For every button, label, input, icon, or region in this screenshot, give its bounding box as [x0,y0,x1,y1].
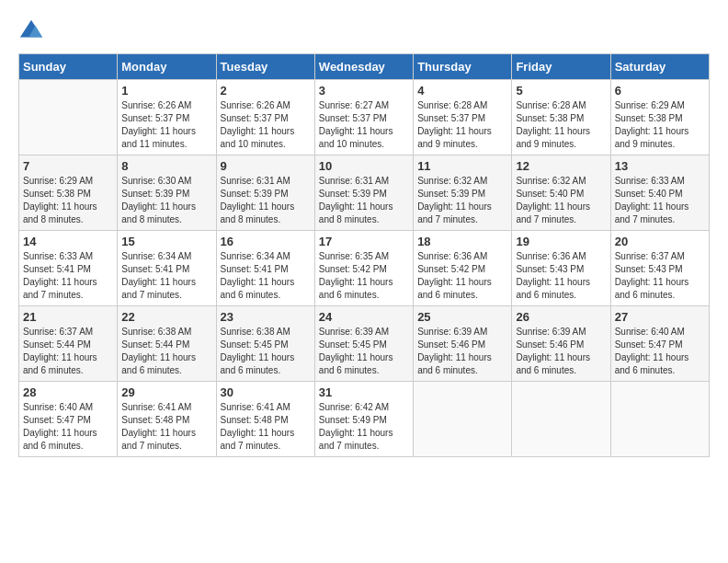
calendar-cell: 18Sunrise: 6:36 AM Sunset: 5:42 PM Dayli… [414,231,512,306]
calendar-cell: 14Sunrise: 6:33 AM Sunset: 5:41 PM Dayli… [19,231,118,306]
day-info: Sunrise: 6:41 AM Sunset: 5:48 PM Dayligh… [121,401,211,453]
calendar-cell: 5Sunrise: 6:28 AM Sunset: 5:38 PM Daylig… [512,80,610,155]
calendar-cell: 26Sunrise: 6:39 AM Sunset: 5:46 PM Dayli… [512,306,610,382]
day-info: Sunrise: 6:33 AM Sunset: 5:41 PM Dayligh… [23,250,113,302]
day-number: 8 [121,159,211,173]
day-number: 16 [221,235,311,248]
day-info: Sunrise: 6:31 AM Sunset: 5:39 PM Dayligh… [221,175,311,226]
day-number: 6 [615,84,705,98]
calendar-cell: 31Sunrise: 6:42 AM Sunset: 5:49 PM Dayli… [314,382,413,457]
calendar-cell: 11Sunrise: 6:32 AM Sunset: 5:39 PM Dayli… [414,155,512,231]
day-number: 5 [516,84,606,98]
day-header-monday: Monday [118,54,216,80]
calendar-cell [610,382,709,457]
calendar-cell: 23Sunrise: 6:38 AM Sunset: 5:45 PM Dayli… [216,306,314,382]
day-number: 9 [221,159,311,173]
calendar-cell: 10Sunrise: 6:31 AM Sunset: 5:39 PM Dayli… [314,155,413,231]
calendar-cell [414,382,512,457]
day-info: Sunrise: 6:34 AM Sunset: 5:41 PM Dayligh… [121,250,211,302]
day-info: Sunrise: 6:28 AM Sunset: 5:37 PM Dayligh… [417,99,507,151]
day-info: Sunrise: 6:36 AM Sunset: 5:42 PM Dayligh… [417,250,507,302]
day-number: 25 [417,310,507,324]
calendar-cell: 15Sunrise: 6:34 AM Sunset: 5:41 PM Dayli… [118,231,216,306]
day-info: Sunrise: 6:39 AM Sunset: 5:46 PM Dayligh… [417,326,507,377]
calendar-cell: 6Sunrise: 6:29 AM Sunset: 5:38 PM Daylig… [610,80,709,155]
day-number: 14 [23,235,113,248]
calendar-week-row: 28Sunrise: 6:40 AM Sunset: 5:47 PM Dayli… [19,382,710,457]
day-info: Sunrise: 6:40 AM Sunset: 5:47 PM Dayligh… [615,326,705,377]
day-number: 18 [417,235,507,248]
day-number: 11 [417,159,507,173]
calendar-cell: 3Sunrise: 6:27 AM Sunset: 5:37 PM Daylig… [314,80,413,155]
day-info: Sunrise: 6:42 AM Sunset: 5:49 PM Dayligh… [319,401,409,453]
logo [18,18,48,44]
day-number: 4 [417,84,507,98]
day-info: Sunrise: 6:39 AM Sunset: 5:45 PM Dayligh… [319,326,409,377]
calendar-cell: 29Sunrise: 6:41 AM Sunset: 5:48 PM Dayli… [118,382,216,457]
calendar-cell: 16Sunrise: 6:34 AM Sunset: 5:41 PM Dayli… [216,231,314,306]
calendar-cell: 24Sunrise: 6:39 AM Sunset: 5:45 PM Dayli… [314,306,413,382]
day-info: Sunrise: 6:37 AM Sunset: 5:44 PM Dayligh… [23,326,113,377]
calendar-cell: 13Sunrise: 6:33 AM Sunset: 5:40 PM Dayli… [610,155,709,231]
calendar-cell: 28Sunrise: 6:40 AM Sunset: 5:47 PM Dayli… [19,382,118,457]
day-info: Sunrise: 6:38 AM Sunset: 5:45 PM Dayligh… [221,326,311,377]
day-info: Sunrise: 6:32 AM Sunset: 5:40 PM Dayligh… [516,175,606,226]
day-number: 12 [516,159,606,173]
calendar-cell: 19Sunrise: 6:36 AM Sunset: 5:43 PM Dayli… [512,231,610,306]
calendar-cell: 1Sunrise: 6:26 AM Sunset: 5:37 PM Daylig… [118,80,216,155]
day-info: Sunrise: 6:36 AM Sunset: 5:43 PM Dayligh… [516,250,606,302]
day-info: Sunrise: 6:27 AM Sunset: 5:37 PM Dayligh… [319,99,409,151]
calendar-header-row: SundayMondayTuesdayWednesdayThursdayFrid… [19,54,710,80]
day-number: 2 [221,84,311,98]
calendar-cell: 2Sunrise: 6:26 AM Sunset: 5:37 PM Daylig… [216,80,314,155]
calendar-cell: 8Sunrise: 6:30 AM Sunset: 5:39 PM Daylig… [118,155,216,231]
day-number: 22 [121,310,211,324]
calendar-cell: 4Sunrise: 6:28 AM Sunset: 5:37 PM Daylig… [414,80,512,155]
day-info: Sunrise: 6:32 AM Sunset: 5:39 PM Dayligh… [417,175,507,226]
calendar-cell [512,382,610,457]
day-info: Sunrise: 6:31 AM Sunset: 5:39 PM Dayligh… [319,175,409,226]
calendar-cell: 22Sunrise: 6:38 AM Sunset: 5:44 PM Dayli… [118,306,216,382]
calendar-table: SundayMondayTuesdayWednesdayThursdayFrid… [18,53,710,457]
calendar-cell: 12Sunrise: 6:32 AM Sunset: 5:40 PM Dayli… [512,155,610,231]
day-info: Sunrise: 6:38 AM Sunset: 5:44 PM Dayligh… [121,326,211,377]
calendar-cell [19,80,118,155]
day-info: Sunrise: 6:28 AM Sunset: 5:38 PM Dayligh… [516,99,606,151]
day-number: 20 [615,235,705,248]
calendar-cell: 21Sunrise: 6:37 AM Sunset: 5:44 PM Dayli… [19,306,118,382]
calendar-week-row: 21Sunrise: 6:37 AM Sunset: 5:44 PM Dayli… [19,306,710,382]
calendar-cell: 9Sunrise: 6:31 AM Sunset: 5:39 PM Daylig… [216,155,314,231]
day-number: 23 [221,310,311,324]
day-number: 15 [121,235,211,248]
day-header-wednesday: Wednesday [314,54,413,80]
calendar-week-row: 14Sunrise: 6:33 AM Sunset: 5:41 PM Dayli… [19,231,710,306]
day-info: Sunrise: 6:29 AM Sunset: 5:38 PM Dayligh… [23,175,113,226]
day-number: 21 [23,310,113,324]
calendar-cell: 25Sunrise: 6:39 AM Sunset: 5:46 PM Dayli… [414,306,512,382]
day-info: Sunrise: 6:26 AM Sunset: 5:37 PM Dayligh… [121,99,211,151]
day-info: Sunrise: 6:33 AM Sunset: 5:40 PM Dayligh… [615,175,705,226]
calendar-cell: 17Sunrise: 6:35 AM Sunset: 5:42 PM Dayli… [314,231,413,306]
calendar-week-row: 1Sunrise: 6:26 AM Sunset: 5:37 PM Daylig… [19,80,710,155]
calendar-week-row: 7Sunrise: 6:29 AM Sunset: 5:38 PM Daylig… [19,155,710,231]
day-number: 17 [319,235,409,248]
calendar-cell: 30Sunrise: 6:41 AM Sunset: 5:48 PM Dayli… [216,382,314,457]
day-number: 1 [121,84,211,98]
day-info: Sunrise: 6:40 AM Sunset: 5:47 PM Dayligh… [23,401,113,453]
page-header [18,18,710,44]
calendar-cell: 27Sunrise: 6:40 AM Sunset: 5:47 PM Dayli… [610,306,709,382]
day-number: 30 [221,385,311,399]
day-number: 24 [319,310,409,324]
day-number: 27 [615,310,705,324]
day-info: Sunrise: 6:34 AM Sunset: 5:41 PM Dayligh… [221,250,311,302]
day-number: 3 [319,84,409,98]
day-info: Sunrise: 6:35 AM Sunset: 5:42 PM Dayligh… [319,250,409,302]
day-number: 7 [23,159,113,173]
calendar-cell: 20Sunrise: 6:37 AM Sunset: 5:43 PM Dayli… [610,231,709,306]
day-header-saturday: Saturday [610,54,709,80]
day-info: Sunrise: 6:39 AM Sunset: 5:46 PM Dayligh… [516,326,606,377]
day-header-thursday: Thursday [414,54,512,80]
day-info: Sunrise: 6:41 AM Sunset: 5:48 PM Dayligh… [221,401,311,453]
day-number: 31 [319,385,409,399]
calendar-body: 1Sunrise: 6:26 AM Sunset: 5:37 PM Daylig… [19,80,710,457]
